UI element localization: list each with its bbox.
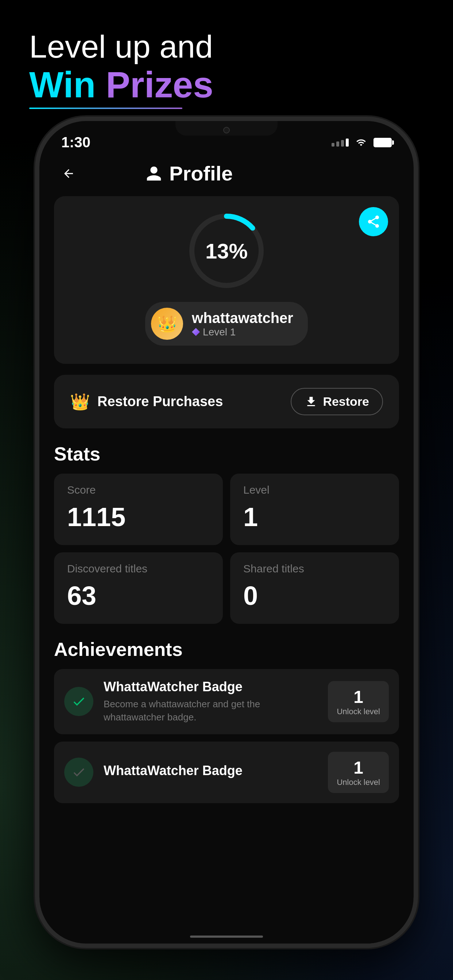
restore-purchases-label: Restore Purchases [97,394,223,409]
restore-left: 👑 Restore Purchases [70,392,223,411]
crown-icon: 👑 [70,392,90,411]
stats-section: Stats Score 1115 Level 1 Discovered titl… [54,443,399,624]
share-button[interactable] [359,207,388,236]
achievements-section: Achievements WhattaWatcher Badge Become … [54,638,399,803]
home-indicator [39,930,414,943]
signal-icon [332,138,349,146]
achievement-badge-2: 1 Unlock level [328,752,389,793]
share-icon [366,215,381,229]
achievement-text-2: WhattaWatcher Badge [104,763,318,781]
stat-level: Level 1 [230,474,399,545]
wifi-icon [354,137,368,148]
hero-underline [29,108,182,109]
camera-dot [223,127,230,134]
signal-dot-3 [341,140,344,146]
achievements-title: Achievements [54,638,399,660]
status-icons [332,137,392,148]
progress-ring-wrapper: 13% [187,211,266,291]
achievement-title-2: WhattaWatcher Badge [104,763,318,778]
user-info: whattawatcher Level 1 [192,310,293,338]
stat-level-label: Level [243,484,386,496]
badge-label-2: Unlock level [337,778,380,787]
back-arrow-icon [62,167,75,180]
signal-dot-1 [332,143,335,146]
nav-title: Profile [145,162,233,185]
achievement-title-1: WhattaWatcher Badge [104,679,318,695]
achievement-check-1 [64,687,93,716]
back-button[interactable] [57,162,80,185]
achievement-check-2 [64,757,93,787]
achievement-item-1: WhattaWatcher Badge Become a whattawatch… [54,669,399,734]
achievement-desc-1: Become a whattawatcher and get the whatt… [104,697,318,724]
achievements-list: WhattaWatcher Badge Become a whattawatch… [54,669,399,803]
progress-percent: 13% [205,239,248,263]
stats-grid: Score 1115 Level 1 Discovered titles 63 … [54,474,399,624]
battery-icon [373,138,392,147]
stat-score-value: 1115 [67,502,210,532]
badge-number-1: 1 [353,687,363,707]
stat-shared: Shared titles 0 [230,552,399,624]
achievement-text-1: WhattaWatcher Badge Become a whattawatch… [104,679,318,724]
badge-number-2: 1 [353,757,363,778]
hero-win-purple: Prizes [106,64,214,105]
hero-section: Level up and Win Prizes [29,29,214,109]
hero-line1: Level up and [29,29,214,65]
achievement-item-2: WhattaWatcher Badge 1 Unlock level [54,741,399,803]
nav-title-text: Profile [169,162,233,185]
user-avatar: 👑 [151,308,183,340]
user-level: Level 1 [192,326,293,338]
phone-screen: 1:30 [39,121,414,943]
progress-ring-container: 13% [69,211,384,291]
user-name: whattawatcher [192,310,293,326]
restore-button-label: Restore [323,395,369,409]
achievement-badge-1: 1 Unlock level [328,681,389,722]
stats-title: Stats [54,443,399,465]
restore-icon [305,395,318,408]
phone-frame: 1:30 [35,117,418,948]
restore-bar: 👑 Restore Purchases Restore [54,375,399,428]
status-time: 1:30 [61,134,91,151]
stat-discovered: Discovered titles 63 [54,552,223,624]
signal-dot-2 [336,142,339,146]
user-pill: 👑 whattawatcher Level 1 [145,302,308,345]
check-icon-2 [72,765,86,780]
profile-icon [145,165,163,182]
stat-shared-value: 0 [243,581,386,611]
stat-score-label: Score [67,484,210,496]
stat-score: Score 1115 [54,474,223,545]
profile-card: 13% 👑 whattawatcher Level 1 [54,196,399,364]
home-bar [190,935,263,938]
stat-level-value: 1 [243,502,386,532]
hero-win-cyan: Win [29,64,96,105]
scroll-content: 13% 👑 whattawatcher Level 1 [39,196,414,930]
hero-line2: Win Prizes [29,65,214,105]
nav-bar: Profile [39,154,414,196]
diamond-icon [192,328,200,336]
stat-shared-label: Shared titles [243,563,386,575]
user-level-text: Level 1 [203,326,236,338]
signal-dot-4 [346,138,349,146]
stat-discovered-value: 63 [67,581,210,611]
restore-button[interactable]: Restore [291,388,383,415]
stat-discovered-label: Discovered titles [67,563,210,575]
badge-label-1: Unlock level [337,707,380,716]
check-icon [72,694,86,709]
